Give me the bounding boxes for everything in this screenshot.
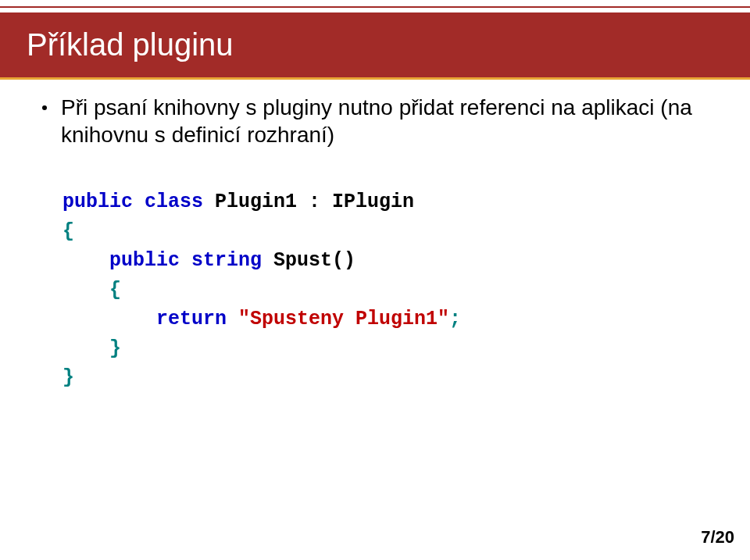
bullet-dot-icon: [42, 105, 47, 110]
code-keyword-public: public: [62, 191, 133, 213]
code-brace: {: [62, 220, 74, 243]
code-brace: }: [62, 366, 74, 389]
code-brace: {: [109, 279, 121, 301]
code-keyword-string: string: [191, 249, 262, 272]
code-string-literal: "Spusteny Plugin1": [238, 308, 449, 330]
bullet-text: Při psaní knihovny s pluginy nutno přida…: [61, 94, 719, 148]
bullet-item: Při psaní knihovny s pluginy nutno přida…: [42, 94, 719, 148]
top-divider: [0, 0, 750, 8]
slide-title: Příklad pluginu: [27, 27, 234, 62]
code-keyword-return: return: [156, 308, 227, 330]
code-keyword-class: class: [145, 191, 203, 213]
code-block: public class Plugin1 : IPlugin { public …: [62, 187, 719, 393]
code-brace: }: [109, 337, 121, 360]
page-number: 7/20: [701, 527, 734, 548]
code-keyword-public: public: [109, 249, 180, 272]
slide-header: Příklad pluginu: [0, 12, 750, 80]
code-class-name: Plugin1 : IPlugin: [203, 191, 414, 213]
content-area: Při psaní knihovny s pluginy nutno přida…: [42, 94, 719, 393]
code-method-name: Spust(): [262, 249, 355, 272]
code-semicolon: ;: [449, 308, 461, 330]
code-space: [227, 308, 238, 330]
